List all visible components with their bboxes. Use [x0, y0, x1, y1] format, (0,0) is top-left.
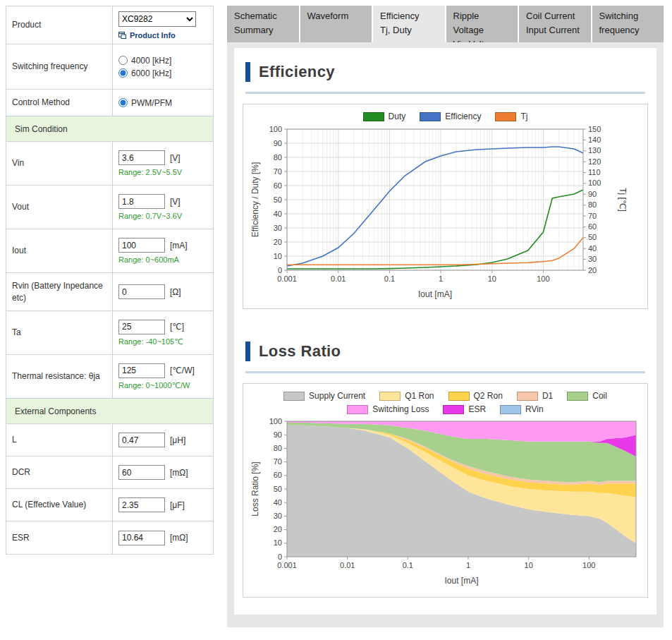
- product-select[interactable]: XC9282: [118, 11, 196, 27]
- theta-ja-input[interactable]: [118, 363, 165, 378]
- main-content: Efficiency DutyEfficiencyTj 0.0010.010.1…: [227, 42, 664, 627]
- loss-ratio-chart: 0.0010.010.11101000102030405060708090100…: [246, 418, 644, 594]
- loss-ratio-title: Loss Ratio: [259, 342, 341, 361]
- iout-unit: [mA]: [170, 241, 188, 250]
- form-row-product: Product XC9282 Product Info: [6, 6, 213, 44]
- legend-label: ESR: [468, 404, 486, 414]
- legend-label: Switching Loss: [372, 404, 429, 414]
- legend-chip: [420, 112, 441, 121]
- tab-line: Efficiency: [380, 9, 438, 23]
- loss-ratio-section-heading: Loss Ratio: [245, 342, 645, 361]
- product-label: Product: [6, 6, 112, 44]
- cl-unit: [μF]: [170, 500, 185, 510]
- l-input[interactable]: [118, 433, 165, 447]
- vin-label: Vin: [6, 142, 112, 185]
- loss-ratio-chart-card: Supply CurrentQ1 RonQ2 RonD1CoilSwitchin…: [243, 383, 648, 598]
- legend-chip: [500, 405, 521, 414]
- legend-chip: [283, 392, 305, 401]
- svg-text:110: 110: [588, 168, 601, 176]
- tab-line: Schematic: [234, 9, 292, 23]
- svg-text:90: 90: [273, 430, 281, 439]
- pwm-pfm-radio[interactable]: [118, 98, 128, 107]
- svg-text:10: 10: [487, 274, 496, 283]
- legend-chip: [443, 405, 464, 414]
- tab-line: Coil Current: [526, 9, 584, 23]
- switching-frequency-control: 4000 [kHz] 6000 [kHz]: [112, 44, 213, 89]
- vin-input[interactable]: [118, 150, 165, 165]
- pwm-pfm-option[interactable]: PWM/PFM: [118, 98, 207, 108]
- svg-text:100: 100: [582, 561, 595, 569]
- tab-line: Ripple Voltage: [453, 9, 511, 37]
- form-row-sim-condition: Sim Condition: [6, 116, 213, 142]
- vout-range: Range: 0.7V~3.6V: [118, 212, 207, 220]
- svg-text:Loss Ratio [%]: Loss Ratio [%]: [250, 461, 260, 516]
- tab-coil-current-input-current[interactable]: Coil Current Input Current: [519, 6, 591, 42]
- iout-input[interactable]: [118, 238, 165, 253]
- cl-input[interactable]: [118, 497, 165, 512]
- dcr-label: DCR: [6, 457, 112, 488]
- pwm-pfm-label: PWM/PFM: [131, 98, 172, 108]
- legend-chip: [347, 405, 368, 414]
- svg-text:10: 10: [273, 538, 281, 547]
- svg-text:100: 100: [269, 125, 281, 133]
- legend-item-tj: Tj: [495, 111, 527, 121]
- svg-text:30: 30: [273, 512, 281, 520]
- tab-schematic-summary[interactable]: Schematic Summary: [227, 6, 299, 42]
- efficiency-section-heading: Efficiency: [245, 62, 645, 82]
- legend-item-rvin: RVin: [500, 404, 544, 414]
- svg-text:20: 20: [273, 238, 281, 246]
- iout-control: [mA] Range: 0~600mA: [112, 229, 213, 272]
- product-info-link[interactable]: Product Info: [118, 31, 207, 40]
- legend-chip: [567, 392, 588, 401]
- theta-ja-unit: [℃/W]: [170, 366, 195, 375]
- svg-text:30: 30: [273, 224, 281, 232]
- svg-text:30: 30: [588, 255, 597, 263]
- form-row-l: L [μH]: [6, 424, 213, 457]
- form-row-external-components: External Components: [6, 399, 213, 424]
- ta-input[interactable]: [118, 320, 165, 334]
- cl-control: [μF]: [112, 489, 213, 521]
- tab-ripple-voltage-vin-voltage[interactable]: Ripple Voltage Vin Voltage: [446, 6, 518, 42]
- dcr-input[interactable]: [118, 465, 165, 480]
- vin-unit: [V]: [170, 153, 181, 163]
- legend-label: Supply Current: [309, 391, 365, 401]
- tab-switching-frequency[interactable]: Switching frequency: [592, 6, 664, 42]
- freq-6000-label: 6000 [kHz]: [131, 68, 171, 78]
- iout-range: Range: 0~600mA: [118, 255, 207, 264]
- legend-label: Coil: [592, 391, 607, 401]
- legend-row: DutyEfficiencyTj: [363, 111, 528, 121]
- vin-range: Range: 2.5V~5.5V: [118, 168, 207, 176]
- vout-input[interactable]: [118, 194, 165, 209]
- legend-chip: [495, 112, 516, 121]
- freq-4000-radio[interactable]: [118, 56, 128, 65]
- svg-text:60: 60: [273, 471, 281, 479]
- svg-text:40: 40: [273, 498, 281, 507]
- legend-item-esr: ESR: [443, 404, 486, 414]
- legend-label: Duty: [389, 111, 406, 121]
- freq-option-6000[interactable]: 6000 [kHz]: [118, 68, 207, 78]
- vout-control: [V] Range: 0.7V~3.6V: [112, 186, 213, 229]
- tab-line: Waveform: [307, 9, 365, 23]
- esr-label: ESR: [6, 521, 112, 554]
- rvin-unit: [Ω]: [170, 287, 181, 297]
- esr-unit: [mΩ]: [170, 533, 188, 543]
- rvin-input[interactable]: [118, 284, 165, 299]
- svg-text:10: 10: [524, 561, 532, 569]
- freq-6000-radio[interactable]: [118, 68, 128, 78]
- vout-label: Vout: [6, 186, 112, 229]
- legend-item-efficiency: Efficiency: [420, 111, 481, 121]
- tab-efficiency-tj-duty[interactable]: Efficiency Tj, Duty: [373, 6, 445, 42]
- svg-text:Tj [℃]: Tj [℃]: [618, 188, 628, 211]
- vin-control: [V] Range: 2.5V~5.5V: [112, 142, 213, 185]
- form-row-rvin: Rvin (Battery Inpedance etc) [Ω]: [6, 273, 213, 311]
- l-control: [μH]: [112, 424, 213, 456]
- esr-input[interactable]: [118, 531, 165, 545]
- freq-option-4000[interactable]: 4000 [kHz]: [118, 56, 207, 66]
- tab-waveform[interactable]: Waveform: [300, 6, 372, 42]
- svg-text:60: 60: [273, 181, 281, 190]
- form-row-cl: CL (Effective Value) [μF]: [6, 489, 213, 521]
- form-row-ta: Ta [℃] Range: -40~105℃: [6, 311, 213, 355]
- iout-label: Iout: [6, 229, 112, 272]
- form-row-esr: ESR [mΩ]: [6, 521, 213, 554]
- svg-text:150: 150: [588, 125, 601, 133]
